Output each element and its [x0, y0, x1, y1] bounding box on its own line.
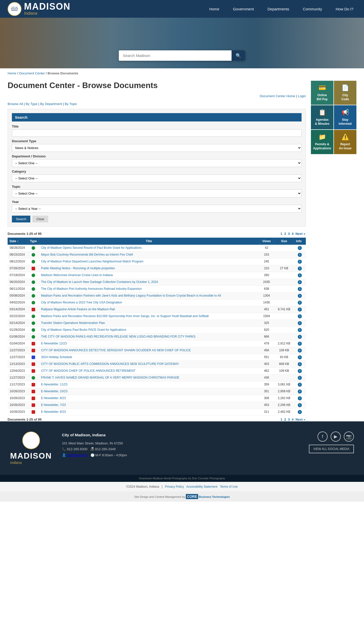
- info-icon[interactable]: i: [298, 383, 302, 387]
- title-input[interactable]: [12, 129, 302, 137]
- page-4-link-bottom[interactable]: 4: [292, 418, 293, 421]
- facebook-icon[interactable]: f: [317, 431, 328, 442]
- photo-credit-link[interactable]: Downtown Madison Aerial Photography by D…: [139, 477, 225, 480]
- doc-title-link[interactable]: E-Newsletter 12/23: [41, 342, 67, 345]
- doc-title-link[interactable]: CITY OF MADISON PUBLIC ARTS COMMISSION A…: [41, 362, 179, 366]
- staff-directory-link[interactable]: Staff Directory: [67, 453, 88, 457]
- page-3-link[interactable]: 3: [288, 232, 290, 236]
- doc-title-link[interactable]: The City of Madison to Launch New Garbag…: [41, 280, 158, 284]
- info-icon[interactable]: i: [298, 246, 302, 250]
- info-icon[interactable]: i: [298, 355, 302, 359]
- browse-by-topic-link[interactable]: By Topic: [65, 102, 77, 106]
- page-4-link[interactable]: 4: [292, 232, 293, 236]
- page-2-link[interactable]: 2: [284, 232, 286, 236]
- info-icon[interactable]: i: [298, 410, 302, 414]
- view-all-social-button[interactable]: VIEW ALL SOCIAL MEDIA: [309, 445, 354, 453]
- year-select[interactable]: -- Select a Year --: [12, 205, 302, 213]
- doc-title-link[interactable]: City of Madison Police Department Launch…: [41, 260, 143, 263]
- clear-button[interactable]: Clear: [32, 216, 48, 222]
- site-logo[interactable]: CITY OF MADISON INDIANA MADISON Indiana: [8, 2, 71, 16]
- doc-title-link[interactable]: E-Newsletter, 7/23: [41, 403, 66, 407]
- info-icon[interactable]: i: [298, 335, 302, 339]
- doc-title-link[interactable]: THE CITY OF MADISON PARKS AND RECREATION…: [41, 335, 195, 338]
- nav-home[interactable]: Home: [206, 5, 222, 13]
- accessibility-link[interactable]: Accessibility Statement: [186, 485, 217, 488]
- info-icon[interactable]: i: [298, 396, 302, 400]
- info-icon[interactable]: i: [298, 273, 302, 277]
- info-icon[interactable]: i: [298, 348, 302, 353]
- doc-title-link[interactable]: City of Madison Opens Second Round of Pa…: [41, 246, 142, 250]
- next-link-bottom[interactable]: Next »: [295, 418, 305, 421]
- doc-title-link[interactable]: 2024 Holiday Schedule: [41, 355, 72, 359]
- info-icon[interactable]: i: [298, 403, 302, 407]
- doc-title-link[interactable]: E-Newsletter, 8/23: [41, 396, 66, 400]
- info-icon[interactable]: i: [298, 376, 302, 380]
- doc-title-link[interactable]: Transfer Station Operations Modernizatio…: [41, 321, 105, 325]
- doc-title-link[interactable]: E-Newsletter, 10/23: [41, 389, 67, 393]
- info-icon[interactable]: i: [298, 321, 302, 325]
- doc-title-link[interactable]: The City of Madison Port Authority Annou…: [41, 287, 142, 291]
- category-select[interactable]: -- Select One --: [12, 174, 302, 182]
- sidebar-permits[interactable]: 📁 Permits &Applications: [311, 130, 333, 154]
- doc-title-link[interactable]: Railpace Magazine Article Feature on the…: [41, 307, 115, 311]
- sidebar-report[interactable]: ⚠️ ReportAn Issue: [334, 130, 356, 154]
- nav-community[interactable]: Community: [300, 5, 325, 13]
- terms-link[interactable]: Terms of Use: [220, 485, 238, 488]
- info-icon[interactable]: i: [298, 280, 302, 284]
- info-icon[interactable]: i: [298, 266, 302, 271]
- browse-by-type-link[interactable]: By Type: [26, 102, 37, 106]
- sidebar-agendas[interactable]: 📋 Agendas& Minutes: [311, 105, 333, 129]
- info-icon[interactable]: i: [298, 369, 302, 373]
- doc-title-link[interactable]: E-Newsletter, 11/23: [41, 383, 67, 386]
- doc-title-link[interactable]: Madison Welcomes American Cruise Lines t…: [41, 273, 113, 277]
- info-icon[interactable]: i: [298, 314, 302, 318]
- info-icon[interactable]: i: [298, 389, 302, 394]
- info-icon[interactable]: i: [298, 260, 302, 264]
- info-icon[interactable]: i: [298, 253, 302, 257]
- doc-title-link[interactable]: City of Madison Opens Paul Bruhn PACE Gr…: [41, 328, 126, 332]
- instagram-icon[interactable]: 📷: [344, 431, 354, 442]
- doc-title-link[interactable]: Public Meeting Notice - Rezoning of mult…: [41, 266, 115, 270]
- doc-title-link[interactable]: CITY OF MADISON CHIEF OF POLICE ANNOUNCE…: [41, 369, 135, 373]
- doc-title-link[interactable]: City of Madison Receives a 2023 Tree Cit…: [41, 301, 122, 304]
- search-input[interactable]: [119, 50, 232, 61]
- youtube-icon[interactable]: ▶: [331, 431, 341, 442]
- doc-title-link[interactable]: Madison Parks and Recreation Partners wi…: [41, 294, 221, 297]
- info-icon[interactable]: i: [298, 362, 302, 366]
- page-1-link[interactable]: 1: [281, 232, 282, 236]
- page-3-link-bottom[interactable]: 3: [288, 418, 290, 421]
- nav-government[interactable]: Government: [230, 5, 257, 13]
- core-link[interactable]: CORE Business Technologies: [186, 495, 230, 498]
- search-button[interactable]: 🔍: [232, 50, 245, 61]
- breadcrumb-home[interactable]: Home: [8, 71, 16, 75]
- sidebar-stay-informed[interactable]: 📢 StayInformed: [334, 105, 356, 129]
- doc-title-link[interactable]: CITY OF MADISON ANNOUNCES DETECTIVE SERG…: [41, 348, 191, 352]
- sidebar-bill-pay[interactable]: 💳 OnlineBill Pay: [311, 81, 333, 105]
- info-icon[interactable]: i: [298, 301, 302, 305]
- doc-title-link[interactable]: E-Newsletter, 6/23: [41, 410, 66, 414]
- page-1-link-bottom[interactable]: 1: [281, 418, 282, 421]
- breadcrumb-doc-center[interactable]: Document Center: [19, 71, 45, 75]
- info-icon[interactable]: i: [298, 287, 302, 291]
- nav-how-do-i[interactable]: How Do I?: [333, 5, 356, 13]
- doc-type-select[interactable]: News & Notices: [12, 144, 302, 152]
- browse-all-link[interactable]: Browse All: [8, 102, 23, 106]
- doc-title-link[interactable]: Madison Parks and Recreation Receives $1…: [41, 314, 209, 318]
- info-icon[interactable]: i: [298, 307, 302, 312]
- page-2-link-bottom[interactable]: 2: [284, 418, 286, 421]
- login-link[interactable]: Login: [298, 94, 306, 98]
- info-icon[interactable]: i: [298, 328, 302, 332]
- search-submit-button[interactable]: Search: [12, 216, 30, 222]
- doc-title-link[interactable]: Mayor Bob Courtney Recommends Bill DeVri…: [41, 253, 133, 256]
- doc-center-home-link[interactable]: Document Center Home: [260, 94, 295, 98]
- info-icon[interactable]: i: [298, 294, 302, 298]
- topic-select[interactable]: -- Select One --: [12, 190, 302, 197]
- department-select[interactable]: -- Select One --: [12, 159, 302, 167]
- nav-departments[interactable]: Departments: [264, 5, 292, 13]
- sidebar-city-code[interactable]: 📄 CityCode: [334, 81, 356, 105]
- next-link[interactable]: Next »: [295, 232, 305, 236]
- privacy-link[interactable]: Privacy Policy: [165, 485, 184, 488]
- doc-title-link[interactable]: FRANK T. HAYES NAMED GRAND MARSHAL OF A …: [41, 376, 179, 379]
- info-icon[interactable]: i: [298, 342, 302, 346]
- browse-by-dept-link[interactable]: By Department: [40, 102, 62, 106]
